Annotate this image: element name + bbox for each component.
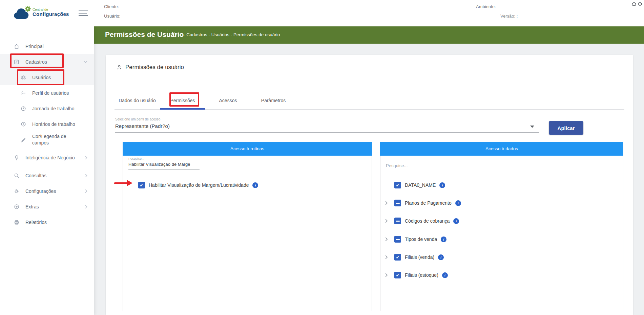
tab-acessos[interactable]: Acessos [205, 92, 251, 110]
sidebar-item-jornada-de-trabalho[interactable]: Jornada de trabalho [0, 101, 94, 116]
sidebar-item-inteligencia-de-negocio[interactable]: Inteligência de Negócio [0, 148, 94, 168]
breadcrumb-home-icon[interactable] [171, 32, 178, 38]
app-logo[interactable]: Central de Configurações [13, 5, 69, 20]
search-icon [14, 173, 20, 179]
info-icon[interactable]: i [441, 237, 446, 242]
data-row-filiais-venda: Filiais (venda) i [385, 253, 444, 261]
cloud-gear-logo-icon [13, 5, 31, 20]
card-heading: Permissões de usuário [116, 64, 184, 71]
checkbox-checked[interactable] [394, 272, 401, 278]
sidebar-item-label: Inteligência de Negócio [25, 155, 76, 161]
checklist-icon [20, 90, 26, 96]
chevron-right-icon [85, 189, 87, 193]
tab-parametros[interactable]: Parâmetros [251, 92, 296, 110]
checkbox-checked[interactable] [138, 182, 145, 188]
heading-divider [106, 81, 633, 81]
checkbox-checked[interactable] [394, 182, 401, 188]
sidebar-item-label: Usuários [32, 74, 83, 81]
gear-icon [14, 188, 20, 194]
users-group-icon [20, 74, 26, 81]
sidebar-expanded-section: Cadastros Usuários [0, 54, 94, 85]
expand-chevron-icon[interactable] [385, 201, 390, 205]
expand-chevron-icon[interactable] [385, 255, 390, 259]
profile-select-value[interactable]: Representante (Padr?o) [115, 123, 170, 129]
permissions-card: Permissões de usuário Dados do usuário P… [106, 55, 633, 315]
data-row-codigos-de-cobranca: Códigos de cobrança i [385, 217, 459, 225]
pencil-icon [20, 137, 26, 143]
expand-chevron-icon[interactable] [385, 219, 390, 223]
clock-icon [20, 106, 26, 112]
menu-toggle-icon[interactable] [79, 10, 88, 16]
sidebar-item-consultas[interactable]: Consultas [0, 168, 94, 183]
sidebar-item-cor-legenda-de-campos[interactable]: Cor/Legenda de campos [0, 132, 94, 148]
checkbox-indeterminate[interactable] [394, 200, 401, 206]
sidebar-item-extras[interactable]: Extras [0, 199, 94, 215]
sidebar-item-cadastros[interactable]: Cadastros [0, 54, 94, 70]
sidebar-item-label: Cor/Legenda de campos [32, 133, 83, 146]
sidebar-item-label: Principal [25, 43, 76, 50]
sidebar-item-relatorios[interactable]: Relatórios [0, 215, 94, 230]
home-icon[interactable] [631, 1, 637, 6]
info-icon[interactable]: i [442, 272, 448, 278]
data-item-label: DATA0_NAME [405, 182, 436, 188]
routines-panel-title: Acesso à rotinas [123, 142, 372, 156]
sidebar-nav: Principal Cadastros Usuários Perfil de u… [0, 26, 94, 315]
sidebar-item-usuarios[interactable]: Usuários [0, 70, 94, 85]
sidebar-item-label: Relatórios [25, 219, 76, 226]
data-item-label: Filiais (venda) [405, 254, 434, 260]
data-search-input[interactable] [386, 163, 455, 168]
routines-search-field [128, 161, 200, 170]
data-item-label: Códigos de cobrança [405, 218, 450, 224]
chevron-down-icon [84, 61, 87, 63]
apply-button[interactable]: Aplicar [549, 121, 583, 135]
sidebar-item-configuracoes[interactable]: Configurações [0, 183, 94, 199]
sidebar-item-label: Perfil de usuários [32, 90, 83, 96]
checkbox-indeterminate[interactable] [394, 218, 401, 224]
user-label: Usuário: [104, 14, 120, 19]
info-icon[interactable]: i [252, 182, 258, 188]
tab-bar: Dados do usuário Permissões Acessos Parâ… [115, 92, 624, 110]
data-row-tipos-de-venda: Tipos de venda i [385, 235, 446, 243]
checkbox-indeterminate[interactable] [394, 236, 401, 243]
tab-dados-do-usuario[interactable]: Dados do usuário [115, 92, 160, 110]
tab-permissoes[interactable]: Permissões [160, 92, 205, 110]
sidebar-item-principal[interactable]: Principal [0, 39, 94, 54]
logo-line2: Configurações [33, 12, 69, 17]
data-panel: Acesso à dados DATA0_NAME i Planos de Pa… [380, 142, 623, 311]
expand-chevron-icon[interactable] [385, 273, 390, 277]
edit-icon [14, 59, 20, 65]
data-row-filiais-estoque: Filiais (estoque) i [385, 271, 448, 279]
dropdown-arrow-icon[interactable] [530, 126, 534, 128]
info-icon[interactable]: i [453, 218, 459, 224]
home-icon [14, 43, 20, 49]
app-screen: Central de Configurações Cliente: Usuári… [0, 0, 644, 315]
info-icon[interactable]: i [438, 254, 444, 260]
routines-search-input[interactable] [128, 162, 200, 167]
clock-icon [20, 121, 26, 127]
version-label: Versão: : [500, 14, 518, 19]
profile-select-underline[interactable] [115, 132, 539, 133]
plus-circle-icon [14, 204, 20, 210]
sidebar-item-label: Cadastros [25, 59, 76, 65]
chevron-right-icon [85, 205, 87, 209]
sidebar-item-label: Jornada de trabalho [32, 106, 83, 112]
client-label: Cliente: [104, 4, 119, 9]
printer-icon [14, 219, 20, 225]
routines-search-label: Pesquise... [128, 157, 144, 160]
expand-chevron-icon[interactable] [385, 237, 390, 241]
data-search-field [386, 162, 455, 171]
info-icon[interactable]: i [455, 200, 461, 206]
data-item-label: Planos de Pagamento [405, 200, 452, 206]
sidebar-item-perfil-de-usuarios[interactable]: Perfil de usuários [0, 85, 94, 101]
lightbulb-icon [14, 155, 20, 161]
data-item-label: Filiais (estoque) [405, 272, 438, 278]
info-icon[interactable]: i [439, 182, 445, 188]
data-row-planos-de-pagamento: Planos de Pagamento i [385, 199, 461, 207]
logout-icon[interactable] [638, 1, 643, 6]
checkbox-checked[interactable] [394, 254, 401, 261]
card-title: Permissões de usuário [125, 64, 184, 71]
profile-select-label: Selecione um perfil de acesso [115, 117, 160, 121]
sidebar-item-horarios-de-trabalho[interactable]: Horários de trabalho [0, 116, 94, 132]
sidebar-item-label: Consultas [25, 173, 76, 179]
annotation-arrow [114, 180, 133, 186]
